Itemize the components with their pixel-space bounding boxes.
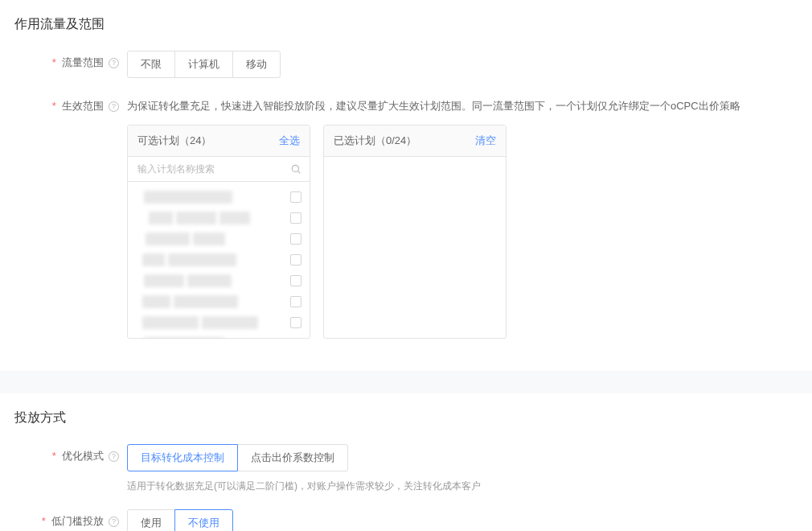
optimization-option-click-coefficient[interactable]: 点击出价系数控制 xyxy=(237,444,348,471)
required-asterisk: * xyxy=(52,56,56,68)
traffic-scope-row: * 流量范围 ? 不限 计算机 移动 xyxy=(14,51,798,78)
plan-name-blurred xyxy=(142,316,199,329)
effective-scope-row: * 生效范围 ? 为保证转化量充足，快速进入智能投放阶段，建议尽量扩大生效计划范… xyxy=(14,94,798,339)
plan-name-blurred xyxy=(142,295,170,308)
plan-checkbox[interactable] xyxy=(290,296,301,307)
traffic-option-unlimited[interactable]: 不限 xyxy=(127,51,175,78)
section-title-delivery: 投放方式 xyxy=(14,410,798,426)
available-header-text: 可选计划（24） xyxy=(137,134,211,148)
plan-name-blurred xyxy=(187,274,232,287)
svg-point-0 xyxy=(292,165,298,171)
plan-name-blurred xyxy=(144,191,232,204)
plan-checkbox[interactable] xyxy=(290,233,301,245)
low-threshold-row: * 低门槛投放 ? 使用 不使用 xyxy=(14,509,798,531)
list-item[interactable] xyxy=(136,208,306,228)
dual-panel: 可选计划（24） 全选 xyxy=(127,125,798,339)
plan-name-blurred xyxy=(144,274,184,287)
required-asterisk: * xyxy=(52,100,56,112)
list-item[interactable] xyxy=(136,333,306,338)
traffic-option-computer[interactable]: 计算机 xyxy=(174,51,233,78)
search-icon xyxy=(290,163,301,175)
selected-plans-panel: 已选计划（0/24） 清空 xyxy=(323,125,506,339)
list-item[interactable] xyxy=(136,228,306,249)
plan-checkbox[interactable] xyxy=(290,275,301,286)
plan-name-blurred xyxy=(142,253,165,266)
effective-scope-hint: 为保证转化量充足，快速进入智能投放阶段，建议尽量扩大生效计划范围。同一流量范围下… xyxy=(127,94,798,113)
list-item[interactable] xyxy=(136,291,306,312)
required-asterisk: * xyxy=(52,450,56,462)
effective-scope-label: * 生效范围 ? xyxy=(14,94,127,113)
help-icon[interactable]: ? xyxy=(109,517,119,527)
available-panel-header: 可选计划（24） 全选 xyxy=(128,126,310,157)
plan-name-blurred xyxy=(202,316,258,329)
traffic-scope-content: 不限 计算机 移动 xyxy=(127,51,798,78)
plan-name-blurred xyxy=(174,295,238,308)
plan-name-blurred xyxy=(193,233,225,245)
low-threshold-label: * 低门槛投放 ? xyxy=(14,509,127,529)
delivery-method-section: 投放方式 * 优化模式 ? 目标转化成本控制 点击出价系数控制 适用于转化数据充… xyxy=(0,393,812,531)
traffic-scope-label: * 流量范围 ? xyxy=(14,51,127,70)
help-icon[interactable]: ? xyxy=(109,451,119,462)
plan-name-blurred xyxy=(168,253,236,266)
list-item[interactable] xyxy=(136,187,306,208)
list-item[interactable] xyxy=(136,270,306,291)
search-box xyxy=(128,157,310,182)
low-threshold-content: 使用 不使用 xyxy=(127,509,798,531)
list-item[interactable] xyxy=(136,312,306,333)
plan-name-blurred xyxy=(219,212,250,224)
plan-name-blurred xyxy=(146,233,190,245)
low-threshold-option-not-use[interactable]: 不使用 xyxy=(174,509,233,531)
selected-panel-header: 已选计划（0/24） 清空 xyxy=(324,126,506,157)
help-icon[interactable]: ? xyxy=(109,101,119,112)
plan-checkbox[interactable] xyxy=(290,317,301,328)
optimization-mode-content: 目标转化成本控制 点击出价系数控制 适用于转化数据充足(可以满足二阶门槛)，对账… xyxy=(127,444,798,493)
required-asterisk: * xyxy=(42,515,46,527)
plan-checkbox[interactable] xyxy=(290,191,301,203)
optimization-radio-group: 目标转化成本控制 点击出价系数控制 xyxy=(127,444,798,471)
plan-name-blurred xyxy=(149,212,173,224)
available-plan-list[interactable] xyxy=(128,182,310,338)
plan-name-blurred xyxy=(176,212,216,224)
plan-checkbox[interactable] xyxy=(290,212,301,224)
plan-checkbox[interactable] xyxy=(290,254,301,266)
svg-line-1 xyxy=(298,171,301,174)
effective-scope-content: 为保证转化量充足，快速进入智能投放阶段，建议尽量扩大生效计划范围。同一流量范围下… xyxy=(127,94,798,339)
selected-header-text: 已选计划（0/24） xyxy=(334,134,416,148)
low-threshold-option-use[interactable]: 使用 xyxy=(127,509,175,531)
available-plans-panel: 可选计划（24） 全选 xyxy=(127,125,310,339)
section-divider xyxy=(0,371,812,393)
optimization-option-target-cost[interactable]: 目标转化成本控制 xyxy=(127,444,238,471)
search-input[interactable] xyxy=(128,157,310,181)
select-all-button[interactable]: 全选 xyxy=(279,134,300,148)
low-threshold-radio-group: 使用 不使用 xyxy=(127,509,798,531)
traffic-option-mobile[interactable]: 移动 xyxy=(232,51,281,78)
optimization-hint: 适用于转化数据充足(可以满足二阶门槛)，对账户操作需求较少，关注转化成本客户 xyxy=(127,480,798,493)
help-icon[interactable]: ? xyxy=(109,58,119,68)
optimization-mode-row: * 优化模式 ? 目标转化成本控制 点击出价系数控制 适用于转化数据充足(可以满… xyxy=(14,444,798,493)
traffic-scope-radio-group: 不限 计算机 移动 xyxy=(127,51,798,78)
clear-all-button[interactable]: 清空 xyxy=(475,134,496,148)
selected-plan-list xyxy=(324,157,506,338)
plan-name-blurred xyxy=(144,337,224,338)
optimization-mode-label: * 优化模式 ? xyxy=(14,444,127,463)
traffic-scope-section: 作用流量及范围 * 流量范围 ? 不限 计算机 移动 * 生效范围 ? 为保证转… xyxy=(0,0,812,371)
list-item[interactable] xyxy=(136,249,306,270)
section-title-traffic: 作用流量及范围 xyxy=(14,16,798,33)
